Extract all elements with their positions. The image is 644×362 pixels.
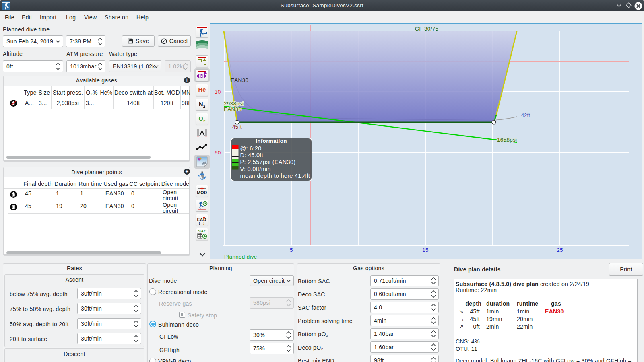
svg-text:EAN30: EAN30 (231, 77, 248, 83)
svg-text:mean depth to here 41.4ft: mean depth to here 41.4ft (240, 173, 310, 179)
svg-text:Information: Information (256, 138, 287, 144)
svg-text:(...): (...) (199, 221, 204, 225)
svg-text:2938psi: 2938psi (224, 101, 244, 107)
svg-text:@: 6:20: @: 6:20 (240, 145, 262, 152)
svg-text:5: 5 (290, 247, 293, 253)
svg-text:30: 30 (215, 89, 221, 95)
svg-text:EAN30: EAN30 (224, 106, 242, 112)
svg-text:SAC: SAC (198, 229, 207, 233)
svg-text:GF 30/75: GF 30/75 (415, 26, 439, 32)
svg-text:1658psi: 1658psi (497, 137, 517, 143)
svg-text:V: 0.0ft/min: V: 0.0ft/min (240, 166, 271, 172)
svg-text:60: 60 (215, 150, 221, 156)
svg-text:P: 2,557psi (EAN30): P: 2,557psi (EAN30) (240, 159, 296, 165)
svg-text:MOD: MOD (197, 190, 207, 195)
svg-text:Planned dive: Planned dive (224, 254, 257, 259)
svg-text:25: 25 (557, 247, 563, 253)
svg-text:15: 15 (422, 247, 429, 253)
svg-text:45ft: 45ft (232, 124, 242, 130)
svg-text:42ft: 42ft (521, 113, 530, 118)
svg-text:D: 45.0ft: D: 45.0ft (240, 152, 264, 158)
